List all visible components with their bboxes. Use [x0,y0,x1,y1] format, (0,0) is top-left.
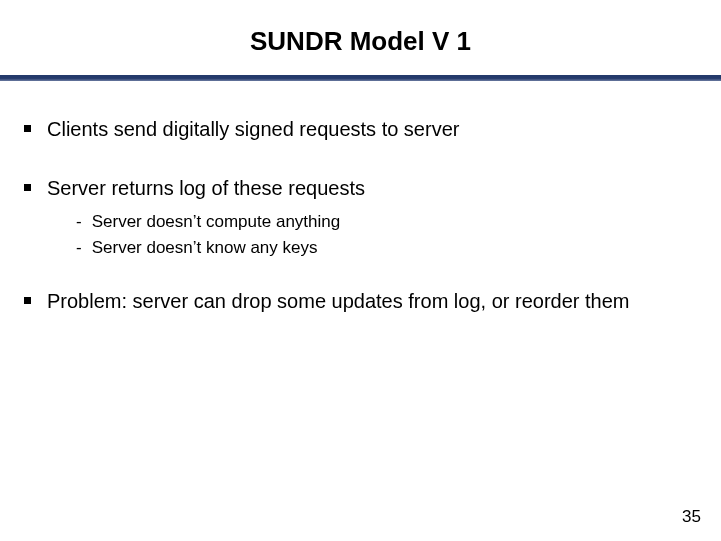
square-bullet-icon [24,184,31,191]
square-bullet-icon [24,125,31,132]
sub-bullet-text: Server doesn’t compute anything [92,211,341,233]
sub-bullet-item: - Server doesn’t compute anything [76,211,697,233]
bullet-text: Problem: server can drop some updates fr… [47,289,629,314]
sub-bullet-item: - Server doesn’t know any keys [76,237,697,259]
sub-bullet-text: Server doesn’t know any keys [92,237,318,259]
bullet-item: Server returns log of these requests [24,176,697,201]
sub-bullet-group: - Server doesn’t compute anything - Serv… [76,211,697,259]
dash-icon: - [76,211,82,233]
dash-icon: - [76,237,82,259]
slide: SUNDR Model V 1 Clients send digitally s… [0,0,721,541]
slide-title: SUNDR Model V 1 [0,0,721,75]
bullet-item: Clients send digitally signed requests t… [24,117,697,142]
bullet-text: Server returns log of these requests [47,176,365,201]
page-number: 35 [682,507,701,527]
bullet-text: Clients send digitally signed requests t… [47,117,459,142]
content-area: Clients send digitally signed requests t… [0,81,721,314]
square-bullet-icon [24,297,31,304]
bullet-item: Problem: server can drop some updates fr… [24,289,697,314]
